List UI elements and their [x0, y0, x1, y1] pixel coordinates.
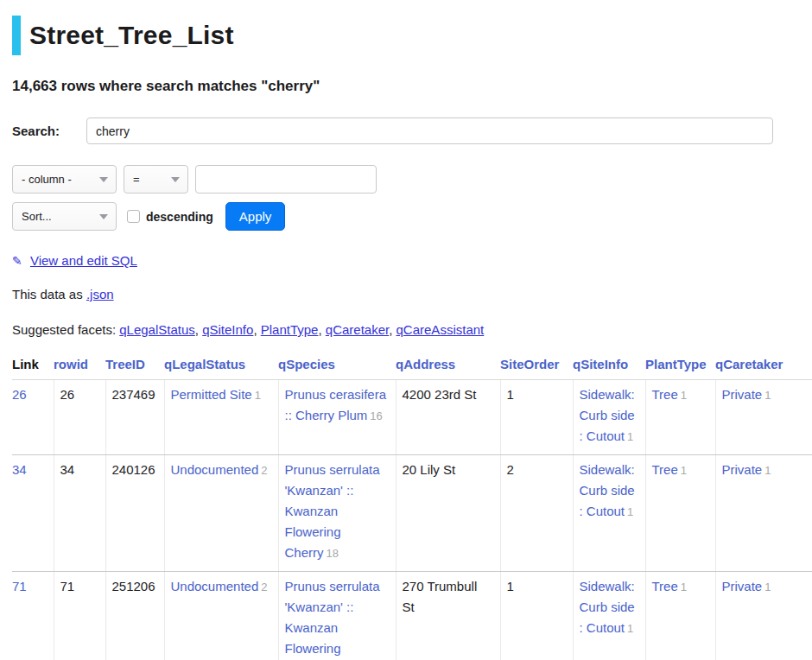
cell-qaddress: 270 Trumbull St	[396, 572, 500, 660]
sort-link-qspecies[interactable]: qSpecies	[278, 357, 335, 371]
facet-count: 1	[681, 389, 687, 402]
column-header-qsiteinfo: qSiteInfo	[573, 352, 645, 380]
pencil-icon: ✎	[12, 254, 22, 268]
facet-count: 1	[681, 581, 687, 593]
facet-value-link[interactable]: Undocumented	[171, 462, 259, 477]
data-as-line: This data as .json	[12, 287, 812, 301]
separator: ,	[195, 322, 202, 337]
cell-siteorder: 1	[500, 380, 573, 455]
cell-qsiteinfo: Sidewalk: Curb side : Cutout1	[573, 380, 645, 455]
table-row: 71 71 251206 Undocumented2 Prunus serrul…	[12, 572, 812, 660]
cell-link: 26	[12, 380, 54, 455]
facet-count: 1	[627, 430, 633, 443]
cell-qcaretaker: Private1	[715, 455, 812, 572]
column-header-qlegalstatus: qLegalStatus	[164, 352, 278, 380]
facet-count: 1	[627, 622, 633, 635]
filter-operator-select[interactable]: =	[124, 165, 188, 194]
facet-count: 1	[764, 581, 771, 593]
cell-link: 34	[12, 455, 54, 572]
filter-value-input[interactable]	[195, 165, 377, 194]
results-table: Link rowid TreeID qLegalStatus qSpecies …	[12, 352, 812, 660]
descending-checkbox[interactable]	[127, 210, 140, 223]
sort-link-rowid[interactable]: rowid	[54, 357, 88, 371]
column-header-qaddress: qAddress	[396, 352, 500, 380]
separator: ,	[318, 322, 325, 337]
facet-link-qlegalstatus[interactable]: qLegalStatus	[119, 322, 195, 337]
row-link[interactable]: 26	[12, 387, 27, 402]
column-header-siteorder: SiteOrder	[500, 352, 573, 380]
facet-link-planttype[interactable]: PlantType	[261, 322, 319, 337]
facet-value-link[interactable]: Prunus serrulata 'Kwanzan' :: Kwanzan Fl…	[285, 462, 380, 560]
cell-qcaretaker: Private1	[715, 380, 812, 455]
facet-count: 1	[627, 505, 633, 518]
separator: ,	[389, 322, 396, 337]
search-label: Search:	[12, 124, 86, 138]
table-row: 26 26 237469 Permitted Site1 Prunus cera…	[12, 380, 812, 455]
facet-count: 1	[764, 464, 771, 477]
sort-link-qlegalstatus[interactable]: qLegalStatus	[164, 357, 245, 371]
facet-value-link[interactable]: Private	[722, 579, 763, 593]
descending-label: descending	[146, 210, 213, 224]
facet-value-link[interactable]: Private	[722, 387, 763, 402]
facet-value-link[interactable]: Tree	[652, 579, 678, 593]
suggested-facets-line: Suggested facets: qLegalStatus, qSiteInf…	[12, 322, 812, 337]
page-header: Street_Tree_List	[12, 16, 812, 55]
table-header-row: Link rowid TreeID qLegalStatus qSpecies …	[12, 352, 812, 380]
filter-column-select[interactable]: - column -	[12, 165, 117, 194]
facet-value-link[interactable]: Private	[722, 462, 763, 477]
cell-treeid: 240126	[105, 455, 164, 572]
sort-link-treeid[interactable]: TreeID	[105, 357, 145, 371]
sort-link-qcaretaker[interactable]: qCaretaker	[715, 357, 783, 371]
cell-planttype: Tree1	[645, 572, 715, 660]
filter-row: - column - =	[12, 165, 812, 194]
sort-link-qsiteinfo[interactable]: qSiteInfo	[573, 357, 628, 371]
sort-link-qaddress[interactable]: qAddress	[396, 357, 455, 371]
facet-value-link[interactable]: Tree	[652, 387, 678, 402]
table-row: 34 34 240126 Undocumented2 Prunus serrul…	[12, 455, 812, 572]
cell-planttype: Tree1	[645, 380, 715, 455]
cell-qlegalstatus: Undocumented2	[164, 455, 278, 572]
cell-rowid: 71	[54, 572, 105, 660]
cell-siteorder: 2	[500, 455, 573, 572]
cell-qlegalstatus: Permitted Site1	[164, 380, 278, 455]
facet-value-link[interactable]: Tree	[652, 462, 678, 477]
cell-qaddress: 20 Lily St	[396, 455, 500, 572]
search-row: Search:	[12, 117, 812, 144]
json-link[interactable]: .json	[86, 287, 114, 301]
apply-button[interactable]: Apply	[225, 202, 286, 231]
column-header-rowid: rowid	[54, 352, 105, 380]
chevron-down-icon	[171, 177, 180, 182]
column-header-planttype: PlantType	[645, 352, 715, 380]
accent-bar	[12, 16, 21, 55]
facet-value-link[interactable]: Permitted Site	[171, 387, 252, 402]
row-link[interactable]: 34	[12, 462, 27, 477]
facet-link-qcaretaker[interactable]: qCaretaker	[326, 322, 389, 337]
facet-count: 1	[681, 464, 687, 477]
cell-rowid: 34	[54, 455, 105, 572]
sort-select[interactable]: Sort...	[12, 202, 117, 231]
chevron-down-icon	[99, 214, 108, 219]
sort-row: Sort... descending Apply	[12, 202, 812, 231]
facet-count: 18	[327, 547, 339, 560]
filter-column-value: - column -	[22, 173, 72, 186]
sql-line: ✎ View and edit SQL	[12, 253, 812, 268]
facet-link-qsiteinfo[interactable]: qSiteInfo	[202, 322, 253, 337]
facet-link-qcareassistant[interactable]: qCareAssistant	[396, 322, 485, 337]
sort-link-planttype[interactable]: PlantType	[645, 357, 707, 371]
facet-value-link[interactable]: Prunus serrulata 'Kwanzan' :: Kwanzan Fl…	[285, 579, 380, 660]
cell-qsiteinfo: Sidewalk: Curb side : Cutout1	[573, 572, 645, 660]
facet-value-link[interactable]: Undocumented	[171, 579, 259, 593]
cell-qaddress: 4200 23rd St	[396, 380, 500, 455]
page-title: Street_Tree_List	[29, 16, 234, 55]
column-header-qcaretaker: qCaretaker	[715, 352, 812, 380]
facet-count: 16	[370, 409, 382, 422]
cell-planttype: Tree1	[645, 455, 715, 572]
view-edit-sql-link[interactable]: View and edit SQL	[30, 253, 137, 268]
cell-rowid: 26	[54, 380, 105, 455]
separator: ,	[253, 322, 260, 337]
sort-link-siteorder[interactable]: SiteOrder	[500, 357, 559, 371]
row-link[interactable]: 71	[12, 579, 27, 593]
cell-qspecies: Prunus serrulata 'Kwanzan' :: Kwanzan Fl…	[278, 572, 396, 660]
search-input[interactable]	[86, 117, 773, 144]
data-as-prefix: This data as	[12, 287, 86, 301]
